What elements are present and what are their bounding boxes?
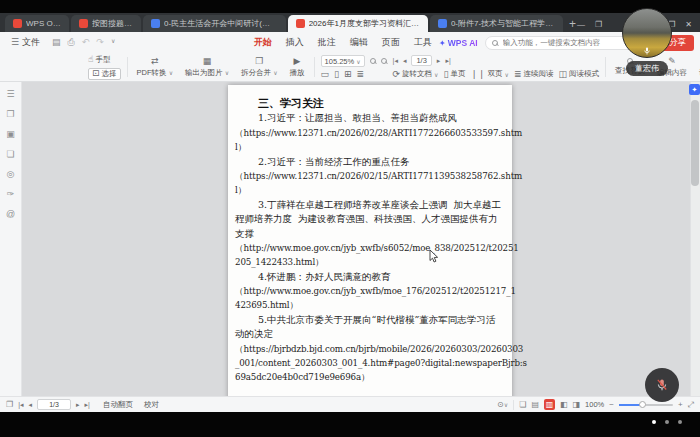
page-dot — [652, 420, 656, 424]
fit-width-icon[interactable]: ▭ — [321, 70, 330, 79]
page-dot — [665, 420, 669, 424]
single-page-icon: ▯ — [444, 70, 449, 79]
ribbon-tab[interactable]: 开始 — [254, 36, 272, 49]
zoom-out-icon[interactable] — [370, 58, 376, 64]
minimize-button[interactable]: — — [577, 20, 585, 29]
presenter-webcam-bubble[interactable] — [622, 8, 672, 58]
ribbon-tab[interactable]: 页面 — [382, 36, 400, 49]
thumbnail-panel-icon[interactable]: ❐ — [6, 400, 13, 409]
page-indicator[interactable]: 1/3 — [411, 55, 431, 66]
zoom-slider-fill — [619, 404, 641, 406]
select-tool-button[interactable]: ⊡ 选择 — [88, 68, 121, 80]
fit-modes: ▭ ▯ ⊞ ≣ — [321, 70, 387, 79]
undo-icon[interactable]: ↶ — [82, 37, 90, 48]
meeting-page-dots — [652, 420, 682, 424]
document-tab[interactable]: 按图搜题助手 — [71, 15, 141, 32]
zoom-percent[interactable]: 100% — [585, 400, 604, 409]
single-page-button[interactable]: ▯ 单页 — [444, 69, 466, 79]
zoom-group: 105.25% ∨ ▭ ▯ ⊞ ≣ — [321, 55, 387, 79]
tab-title: 2026年1月度支部学习资料汇编20… — [309, 18, 420, 29]
zoom-slider[interactable] — [619, 404, 673, 406]
next-page-icon[interactable]: ▸ — [76, 401, 80, 409]
fit-page-icon[interactable]: ▯ — [334, 70, 339, 79]
fit-page-view-icon[interactable]: ◨ — [573, 400, 581, 409]
export-image-button[interactable]: ▦ 输出为图片 ∨ — [182, 57, 232, 78]
zoom-in-button[interactable]: + — [678, 400, 683, 409]
zoom-in-icon[interactable] — [381, 58, 387, 64]
redo-icon[interactable]: ↷ — [96, 37, 104, 48]
split-merge-button[interactable]: ❐ 拆分合并 ∨ — [238, 57, 281, 78]
select-icon: ⊡ — [92, 69, 100, 78]
document-text-line: 动的决定 — [228, 327, 512, 341]
sidebar-tool-icon[interactable]: ❏ — [6, 150, 14, 159]
screen-letterbox-top — [0, 0, 700, 13]
first-page-icon[interactable]: |◂ — [18, 401, 23, 409]
chevron-down-icon: ∨ — [356, 58, 360, 65]
sidebar-tool-icon[interactable]: ✑ — [7, 190, 15, 199]
document-text-line: （http://www.moe.gov.cn/jyb_xwfb/s6052/mo… — [228, 241, 512, 255]
play-button[interactable]: ▶ 播放 — [287, 57, 308, 78]
ribbon-tab[interactable]: 编辑 — [350, 36, 368, 49]
sidebar-tool-icon[interactable]: ❐ — [6, 110, 14, 119]
rotate-button[interactable]: ⟳ 旋转文档∨ — [393, 69, 439, 79]
zoom-dropdown[interactable]: 105.25% ∨ — [321, 55, 365, 67]
continuous-view-icon[interactable]: ▥ — [544, 399, 555, 410]
side-widget-button[interactable]: ✦ — [689, 84, 700, 95]
document-tab[interactable]: 0-附件7-技术与智能工程学院20… — [430, 15, 563, 32]
export-image-icon: ▦ — [203, 57, 212, 66]
double-page-button[interactable]: ❘❘ 双页∨ — [470, 69, 509, 79]
read-mode-icon: ◫ — [559, 70, 568, 79]
new-tab-button[interactable]: + — [569, 18, 576, 30]
proofread-button[interactable]: 校对 — [144, 400, 159, 410]
ribbon-tab[interactable]: 插入 — [286, 36, 304, 49]
tab-favicon — [438, 19, 447, 28]
chevron-down-icon[interactable]: ∨ — [111, 37, 115, 48]
last-page-icon[interactable]: ▸| — [445, 57, 450, 65]
single-page-view-icon[interactable]: ❏ — [519, 400, 526, 409]
last-page-icon[interactable]: ▸| — [85, 401, 90, 409]
first-page-icon[interactable]: |◂ — [393, 57, 398, 65]
next-page-icon[interactable]: ▸ — [437, 57, 441, 65]
continuous-read-button[interactable]: ≣ 连续阅读 — [514, 69, 554, 79]
close-button[interactable]: ✕ — [685, 20, 692, 29]
fit-width-view-icon[interactable]: ◧ — [560, 400, 568, 409]
print-icon[interactable]: ⎙ — [68, 37, 75, 48]
save-icon[interactable]: ▤ — [52, 37, 61, 48]
ribbon-tabs: 开始 插入 批注 编辑 页面 工具 — [254, 36, 432, 49]
document-tab[interactable]: 2026年1月度支部学习资料汇编20… — [288, 15, 428, 32]
book-view-icon[interactable]: ▤ — [531, 400, 539, 409]
wps-ai-button[interactable]: ✦ WPS AI — [439, 38, 478, 48]
file-menu-button[interactable]: ☰ 文件 — [6, 34, 45, 51]
fit-continuous-icon[interactable]: ≣ — [357, 70, 365, 79]
zoom-slider-knob[interactable] — [639, 401, 646, 408]
prev-page-icon[interactable]: ◂ — [29, 401, 33, 409]
page-indicator[interactable]: 1/3 — [37, 399, 71, 410]
mute-mic-button[interactable] — [645, 368, 679, 402]
pdf-convert-button[interactable]: ⇄ PDF转换 ∨ — [134, 57, 177, 78]
fit-grid-icon[interactable]: ⊞ — [344, 70, 352, 79]
sidebar-tool-icon[interactable]: ☰ — [6, 90, 14, 99]
recognize-table-button[interactable]: ⊞ 识别表格 — [696, 57, 700, 78]
screen-letterbox-bottom — [0, 412, 700, 437]
zoom-out-button[interactable]: − — [609, 400, 614, 409]
tab-title: 按图搜题助手 — [92, 18, 133, 29]
fullscreen-icon[interactable]: ⤢ — [688, 400, 694, 410]
prev-page-icon[interactable]: ◂ — [403, 57, 407, 65]
divider — [127, 57, 128, 77]
document-tab[interactable]: 0-民主生活会开会中间研讨(讲稿模… — [143, 15, 286, 32]
search-input[interactable] — [501, 37, 640, 48]
tool-ribbon: ☝ 手型 ⊡ 选择 ⇄ PDF转换 ∨ ▦ 输出为图片 ∨ ❐ 拆分合并 ∨ ▶… — [0, 53, 700, 82]
sidebar-tool-icon[interactable]: ◎ — [7, 170, 15, 179]
auto-flip-toggle[interactable]: 自动翻页 — [103, 400, 133, 410]
mouse-cursor — [429, 250, 439, 263]
view-options-dropdown[interactable]: ⊙∨ — [497, 400, 508, 409]
hand-tool-button[interactable]: ☝ 手型 — [88, 55, 121, 65]
ribbon-tab[interactable]: 批注 — [318, 36, 336, 49]
scrollbar-thumb[interactable] — [691, 100, 699, 186]
ribbon-tab[interactable]: 工具 — [414, 36, 432, 49]
document-tab[interactable]: WPS Office — [5, 15, 69, 32]
sidebar-tool-icon[interactable]: ▣ — [6, 130, 15, 139]
read-mode-button[interactable]: ◫ 阅读模式 — [559, 69, 600, 79]
sidebar-tool-icon[interactable]: @ — [6, 210, 15, 219]
maximize-button[interactable]: ❐ — [595, 20, 602, 29]
